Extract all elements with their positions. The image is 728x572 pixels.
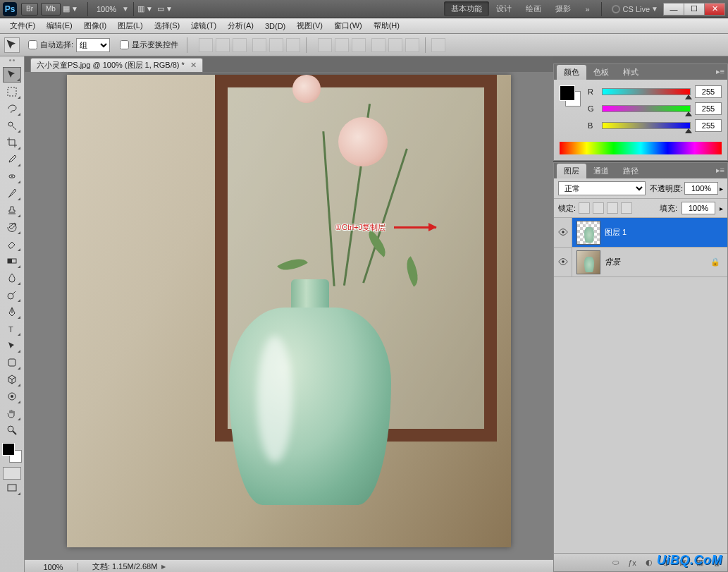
- status-zoom[interactable]: 100%: [29, 563, 78, 571]
- menu-select[interactable]: 选择(S): [149, 19, 186, 32]
- path-select-tool[interactable]: [3, 338, 21, 353]
- fill-input[interactable]: [681, 202, 715, 214]
- eraser-tool[interactable]: [3, 236, 21, 252]
- arrange-documents-dropdown[interactable]: ▥▼: [138, 3, 152, 16]
- opacity-input[interactable]: [684, 182, 718, 195]
- zoom-level[interactable]: 100%: [97, 5, 116, 13]
- dist-bottom-icon[interactable]: [352, 38, 366, 52]
- auto-align-icon[interactable]: [431, 38, 445, 52]
- dist-hcenter-icon[interactable]: [388, 38, 402, 52]
- type-tool[interactable]: T: [3, 321, 21, 336]
- layer-list[interactable]: 图层 1 背景 🔒: [554, 218, 727, 553]
- color-spectrum[interactable]: [560, 142, 722, 154]
- lasso-tool[interactable]: [3, 101, 21, 116]
- menu-image[interactable]: 图像(I): [78, 19, 112, 32]
- dist-right-icon[interactable]: [405, 38, 419, 52]
- dist-left-icon[interactable]: [371, 38, 385, 52]
- lock-all-icon[interactable]: [621, 202, 632, 214]
- align-vcenter-icon[interactable]: [216, 38, 230, 52]
- tab-channels[interactable]: 通道: [586, 164, 616, 178]
- menu-layer[interactable]: 图层(L): [112, 19, 148, 32]
- slider-g[interactable]: [602, 105, 691, 112]
- dist-vcenter-icon[interactable]: [335, 38, 349, 52]
- foreground-swatch[interactable]: [2, 443, 15, 456]
- color-swatches[interactable]: [2, 443, 22, 463]
- close-tab-icon[interactable]: ✕: [190, 61, 197, 70]
- screen-mode-tool[interactable]: [3, 480, 21, 496]
- align-left-icon[interactable]: [252, 38, 266, 52]
- value-r[interactable]: [695, 85, 722, 98]
- panel-menu-icon[interactable]: ▸≡: [716, 67, 724, 76]
- gradient-tool[interactable]: [3, 253, 21, 269]
- canvas[interactable]: [67, 75, 511, 547]
- 3d-camera-tool[interactable]: [3, 389, 21, 404]
- window-minimize-button[interactable]: —: [663, 3, 684, 16]
- quick-mask-toggle[interactable]: [3, 467, 21, 480]
- zoom-tool[interactable]: [3, 422, 21, 438]
- layer-thumbnail[interactable]: [576, 250, 600, 274]
- align-hcenter-icon[interactable]: [269, 38, 283, 52]
- hand-tool[interactable]: [3, 406, 21, 421]
- auto-select-type[interactable]: 组: [76, 38, 110, 52]
- brush-tool[interactable]: [3, 185, 21, 201]
- lock-position-icon[interactable]: [607, 202, 618, 214]
- workspace-design[interactable]: 设计: [489, 1, 519, 16]
- status-arrow-icon[interactable]: ▶: [161, 564, 166, 570]
- cslive-button[interactable]: CS Live▼: [612, 5, 658, 13]
- layer-row[interactable]: 图层 1: [554, 218, 727, 248]
- stamp-tool[interactable]: [3, 202, 21, 218]
- workspace-painting[interactable]: 绘画: [519, 1, 548, 16]
- status-doc-size[interactable]: 文档: 1.15M/2.68M: [92, 561, 157, 572]
- menu-file[interactable]: 文件(F): [4, 19, 41, 32]
- healing-tool[interactable]: [3, 169, 21, 184]
- crop-tool[interactable]: [3, 135, 21, 150]
- tab-color[interactable]: 颜色: [557, 65, 586, 80]
- visibility-toggle[interactable]: [554, 218, 572, 247]
- tab-paths[interactable]: 路径: [616, 164, 646, 178]
- layer-name[interactable]: 图层 1: [605, 227, 727, 238]
- pen-tool[interactable]: [3, 304, 21, 320]
- menu-window[interactable]: 窗口(W): [328, 19, 368, 32]
- menu-3d[interactable]: 3D(D): [259, 20, 291, 32]
- eyedropper-tool[interactable]: [3, 152, 21, 167]
- move-tool[interactable]: [3, 67, 21, 83]
- document-tab[interactable]: 六小灵童PS.jpg @ 100% (图层 1, RGB/8) * ✕: [30, 58, 203, 72]
- tab-layers[interactable]: 图层: [557, 164, 586, 178]
- align-top-icon[interactable]: [199, 38, 213, 52]
- link-layers-icon[interactable]: ⬭: [609, 556, 622, 569]
- lock-pixels-icon[interactable]: [593, 202, 604, 214]
- panel-menu-icon[interactable]: ▸≡: [716, 166, 724, 175]
- workspace-photography[interactable]: 摄影: [548, 1, 578, 16]
- canvas-viewport[interactable]: [25, 72, 553, 559]
- visibility-toggle[interactable]: [554, 248, 572, 276]
- minibridge-button[interactable]: Mb: [41, 3, 61, 16]
- bridge-button[interactable]: Br: [21, 3, 38, 16]
- extras-dropdown[interactable]: ▭▼: [158, 3, 172, 16]
- workspace-essentials[interactable]: 基本功能: [444, 1, 489, 16]
- window-close-button[interactable]: ✕: [704, 3, 725, 16]
- menu-filter[interactable]: 滤镜(T): [185, 19, 222, 32]
- dist-top-icon[interactable]: [318, 38, 332, 52]
- workspace-more[interactable]: »: [578, 3, 596, 16]
- panel-dock-grip[interactable]: [553, 56, 728, 63]
- layer-thumbnail[interactable]: [576, 221, 600, 245]
- align-bottom-icon[interactable]: [233, 38, 247, 52]
- shape-tool[interactable]: [3, 355, 21, 370]
- show-transform-checkbox[interactable]: [120, 40, 129, 49]
- panel-fg-swatch[interactable]: [560, 85, 575, 101]
- tab-styles[interactable]: 样式: [616, 65, 646, 80]
- auto-select-checkbox[interactable]: [28, 40, 37, 49]
- current-tool-icon[interactable]: [4, 37, 20, 53]
- value-b[interactable]: [695, 119, 722, 132]
- menu-analysis[interactable]: 分析(A): [222, 19, 259, 32]
- 3d-tool[interactable]: [3, 372, 21, 387]
- menu-view[interactable]: 视图(V): [291, 19, 328, 32]
- blur-tool[interactable]: [3, 270, 21, 286]
- menu-edit[interactable]: 编辑(E): [41, 19, 78, 32]
- lock-transparency-icon[interactable]: [579, 202, 590, 214]
- layer-row[interactable]: 背景 🔒: [554, 248, 727, 277]
- toolbox-grip[interactable]: [2, 59, 22, 65]
- slider-b[interactable]: [602, 122, 691, 129]
- window-maximize-button[interactable]: ☐: [684, 3, 705, 16]
- layer-mask-icon[interactable]: ◐: [643, 556, 655, 569]
